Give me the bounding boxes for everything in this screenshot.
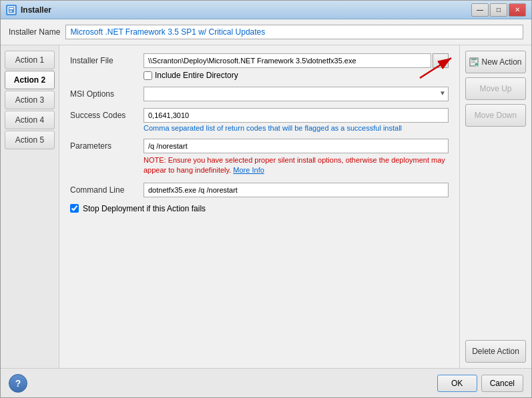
content-area: Installer File ... Include Entire Direct…: [59, 45, 459, 368]
help-button[interactable]: ?: [9, 374, 27, 393]
bottom-bar: ? OK Cancel: [1, 368, 531, 397]
sidebar: Action 1 Action 2 Action 3 Action 4 Acti…: [1, 45, 59, 368]
move-up-button[interactable]: Move Up: [465, 77, 526, 100]
close-button[interactable]: ✕: [509, 3, 526, 17]
app-icon: [6, 5, 17, 15]
parameters-row: Parameters NOTE: Ensure you have selecte…: [70, 139, 449, 176]
msi-options-control: ▼: [144, 87, 449, 101]
success-codes-control: Comma separated list of return codes tha…: [144, 108, 449, 132]
installer-file-control: ... Include Entire Directory: [144, 53, 449, 80]
new-action-button[interactable]: + New Action: [465, 51, 526, 73]
cancel-button[interactable]: Cancel: [481, 375, 523, 392]
installer-file-input[interactable]: [144, 53, 431, 68]
installer-file-row: Installer File ... Include Entire Direct…: [70, 53, 449, 80]
stop-deploy-label: Stop Deployment if this Action fails: [83, 204, 206, 213]
success-codes-label: Success Codes: [70, 108, 144, 120]
ok-button[interactable]: OK: [437, 375, 477, 392]
new-action-icon: +: [469, 57, 479, 67]
svg-rect-0: [8, 7, 15, 13]
move-down-label: Move Down: [475, 111, 517, 120]
main-window: Installer — □ ✕ Installer Name Action 1 …: [0, 0, 532, 398]
svg-rect-8: [471, 62, 475, 63]
move-up-label: Move Up: [479, 84, 511, 93]
success-codes-hint: Comma separated list of return codes tha…: [144, 124, 449, 132]
include-dir-label: Include Entire Directory: [155, 71, 238, 80]
more-info-link[interactable]: More Info: [233, 166, 264, 174]
sidebar-item-action3[interactable]: Action 3: [5, 91, 55, 109]
command-line-input[interactable]: [144, 183, 449, 197]
delete-action-button[interactable]: Delete Action: [465, 340, 526, 363]
msi-options-label: MSI Options: [70, 87, 144, 99]
installer-name-label: Installer Name: [9, 27, 60, 37]
window-controls: — □ ✕: [471, 3, 526, 17]
sidebar-item-action4[interactable]: Action 4: [5, 111, 55, 129]
svg-rect-6: [471, 59, 477, 60]
success-codes-row: Success Codes Comma separated list of re…: [70, 108, 449, 132]
maximize-button[interactable]: □: [490, 3, 507, 17]
msi-options-select[interactable]: [144, 87, 449, 101]
bottom-right-buttons: OK Cancel: [437, 375, 523, 392]
new-action-label: New Action: [481, 57, 521, 67]
msi-options-row: MSI Options ▼: [70, 87, 449, 101]
svg-text:+: +: [476, 63, 478, 67]
minimize-button[interactable]: —: [471, 3, 489, 17]
command-line-label: Command Line: [70, 183, 144, 195]
svg-rect-1: [9, 8, 13, 9]
content-wrapper: Installer File ... Include Entire Direct…: [59, 45, 531, 368]
window-title: Installer: [21, 5, 471, 15]
browse-button[interactable]: ...: [433, 53, 449, 68]
command-line-row: Command Line: [70, 183, 449, 197]
warning-text: NOTE: Ensure you have selected proper si…: [144, 155, 449, 176]
sidebar-item-action5[interactable]: Action 5: [5, 131, 55, 149]
stop-deploy-row: Stop Deployment if this Action fails: [70, 204, 449, 213]
delete-action-label: Delete Action: [472, 347, 519, 356]
sidebar-item-action1[interactable]: Action 1: [5, 51, 55, 69]
include-dir-row: Include Entire Directory: [144, 71, 449, 80]
include-dir-checkbox[interactable]: [144, 71, 152, 80]
sidebar-item-action2[interactable]: Action 2: [5, 71, 55, 89]
stop-deploy-checkbox[interactable]: [70, 204, 79, 213]
svg-rect-2: [9, 11, 12, 12]
main-area: Action 1 Action 2 Action 3 Action 4 Acti…: [1, 45, 531, 368]
installer-file-label: Installer File: [70, 53, 144, 65]
svg-rect-7: [471, 61, 475, 61]
move-down-button[interactable]: Move Down: [465, 104, 526, 127]
parameters-input[interactable]: [144, 139, 449, 153]
parameters-control: NOTE: Ensure you have selected proper si…: [144, 139, 449, 176]
parameters-label: Parameters: [70, 139, 144, 151]
right-panel: + New Action Move Up Move Down Delete Ac…: [459, 45, 531, 368]
title-bar: Installer — □ ✕: [1, 1, 531, 19]
command-line-control: [144, 183, 449, 197]
installer-name-input[interactable]: [65, 25, 523, 39]
file-input-row: ...: [144, 53, 449, 68]
installer-name-row: Installer Name: [1, 19, 531, 45]
success-codes-input[interactable]: [144, 108, 449, 123]
